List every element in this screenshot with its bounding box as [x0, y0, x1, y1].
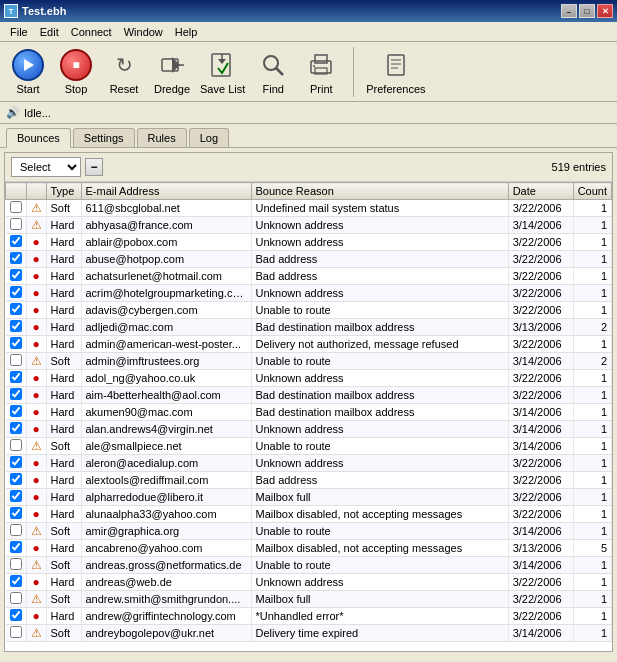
row-checkbox[interactable]: [6, 336, 27, 353]
menu-help[interactable]: Help: [169, 24, 204, 40]
row-checkbox[interactable]: [6, 523, 27, 540]
row-checkbox[interactable]: [6, 268, 27, 285]
col-count[interactable]: Count: [573, 183, 611, 200]
row-checkbox[interactable]: [6, 608, 27, 625]
row-status-icon: ●: [26, 387, 46, 404]
row-checkbox[interactable]: [6, 200, 27, 217]
row-checkbox[interactable]: [6, 455, 27, 472]
tab-log[interactable]: Log: [189, 128, 229, 147]
row-status-icon: ⚠: [26, 591, 46, 608]
row-status-icon: ●: [26, 285, 46, 302]
row-email: aim-4betterhealth@aol.com: [81, 387, 251, 404]
row-checkbox[interactable]: [6, 421, 27, 438]
row-checkbox[interactable]: [6, 353, 27, 370]
row-checkbox[interactable]: [6, 625, 27, 642]
row-date: 3/14/2006: [508, 353, 573, 370]
reset-button[interactable]: ↻ Reset: [104, 49, 144, 95]
row-status-icon: ●: [26, 251, 46, 268]
row-date: 3/22/2006: [508, 336, 573, 353]
row-type: Hard: [46, 455, 81, 472]
col-reason[interactable]: Bounce Reason: [251, 183, 508, 200]
row-reason: Unknown address: [251, 421, 508, 438]
row-type: Hard: [46, 251, 81, 268]
start-button[interactable]: Start: [8, 49, 48, 95]
bounce-table-container[interactable]: Type E-mail Address Bounce Reason Date C…: [5, 182, 612, 651]
close-button[interactable]: ✕: [597, 4, 613, 18]
maximize-button[interactable]: □: [579, 4, 595, 18]
app-icon: T: [4, 4, 18, 18]
minus-button[interactable]: −: [85, 158, 103, 176]
row-type: Hard: [46, 574, 81, 591]
app-icon-letter: T: [9, 7, 14, 16]
row-reason: Unable to route: [251, 523, 508, 540]
row-checkbox[interactable]: [6, 438, 27, 455]
row-status-icon: ●: [26, 506, 46, 523]
row-checkbox[interactable]: [6, 251, 27, 268]
row-checkbox[interactable]: [6, 404, 27, 421]
menu-window[interactable]: Window: [118, 24, 169, 40]
col-email[interactable]: E-mail Address: [81, 183, 251, 200]
row-checkbox[interactable]: [6, 574, 27, 591]
find-button[interactable]: Find: [253, 49, 293, 95]
row-checkbox[interactable]: [6, 557, 27, 574]
row-type: Hard: [46, 421, 81, 438]
row-checkbox[interactable]: [6, 319, 27, 336]
row-checkbox[interactable]: [6, 540, 27, 557]
menu-edit[interactable]: Edit: [34, 24, 65, 40]
table-row: ●Hardadavis@cybergen.comUnable to route3…: [6, 302, 612, 319]
row-date: 3/14/2006: [508, 438, 573, 455]
row-status-icon: ⚠: [26, 217, 46, 234]
row-count: 1: [573, 285, 611, 302]
table-row: ⚠Softadmin@imftrustees.orgUnable to rout…: [6, 353, 612, 370]
col-date[interactable]: Date: [508, 183, 573, 200]
row-checkbox[interactable]: [6, 302, 27, 319]
row-date: 3/14/2006: [508, 557, 573, 574]
row-reason: Mailbox disabled, not accepting messages: [251, 506, 508, 523]
row-checkbox[interactable]: [6, 370, 27, 387]
tab-rules[interactable]: Rules: [137, 128, 187, 147]
content-area: Select All None Hard Soft − 519 entries …: [4, 152, 613, 652]
row-email: akumen90@mac.com: [81, 404, 251, 421]
row-date: 3/22/2006: [508, 608, 573, 625]
row-email: abhyasa@france.com: [81, 217, 251, 234]
row-count: 1: [573, 455, 611, 472]
table-row: ⚠Softale@smallpiece.netUnable to route3/…: [6, 438, 612, 455]
savelist-icon: [207, 49, 239, 81]
row-reason: Delivery time expired: [251, 625, 508, 642]
row-checkbox[interactable]: [6, 506, 27, 523]
menu-connect[interactable]: Connect: [65, 24, 118, 40]
tab-bounces[interactable]: Bounces: [6, 128, 71, 148]
dredge-button[interactable]: Dredge: [152, 49, 192, 95]
row-email: alunaalpha33@yahoo.com: [81, 506, 251, 523]
row-email: abuse@hotpop.com: [81, 251, 251, 268]
row-type: Hard: [46, 608, 81, 625]
row-checkbox[interactable]: [6, 234, 27, 251]
row-email: acrim@hotelgroupmarketing.com: [81, 285, 251, 302]
row-checkbox[interactable]: [6, 217, 27, 234]
title-bar: T Test.ebh – □ ✕: [0, 0, 617, 22]
row-checkbox[interactable]: [6, 472, 27, 489]
row-count: 1: [573, 234, 611, 251]
row-email: aleron@acedialup.com: [81, 455, 251, 472]
row-checkbox[interactable]: [6, 591, 27, 608]
row-reason: Unable to route: [251, 302, 508, 319]
col-type[interactable]: Type: [46, 183, 81, 200]
col-icon: [26, 183, 46, 200]
row-email: andreas.gross@netformatics.de: [81, 557, 251, 574]
select-dropdown[interactable]: Select All None Hard Soft: [11, 157, 81, 177]
minimize-button[interactable]: –: [561, 4, 577, 18]
menu-file[interactable]: File: [4, 24, 34, 40]
row-status-icon: ●: [26, 455, 46, 472]
preferences-button[interactable]: Preferences: [366, 49, 425, 95]
row-checkbox[interactable]: [6, 387, 27, 404]
print-button[interactable]: Print: [301, 49, 341, 95]
row-type: Soft: [46, 557, 81, 574]
row-checkbox[interactable]: [6, 285, 27, 302]
table-row: ●Hardaleron@acedialup.comUnknown address…: [6, 455, 612, 472]
row-checkbox[interactable]: [6, 489, 27, 506]
tab-settings[interactable]: Settings: [73, 128, 135, 147]
table-row: ●Hardalpharredodue@libero.itMailbox full…: [6, 489, 612, 506]
stop-button[interactable]: Stop: [56, 49, 96, 95]
table-row: ●Hardandreas@web.deUnknown address3/22/2…: [6, 574, 612, 591]
savelist-button[interactable]: Save List: [200, 49, 245, 95]
